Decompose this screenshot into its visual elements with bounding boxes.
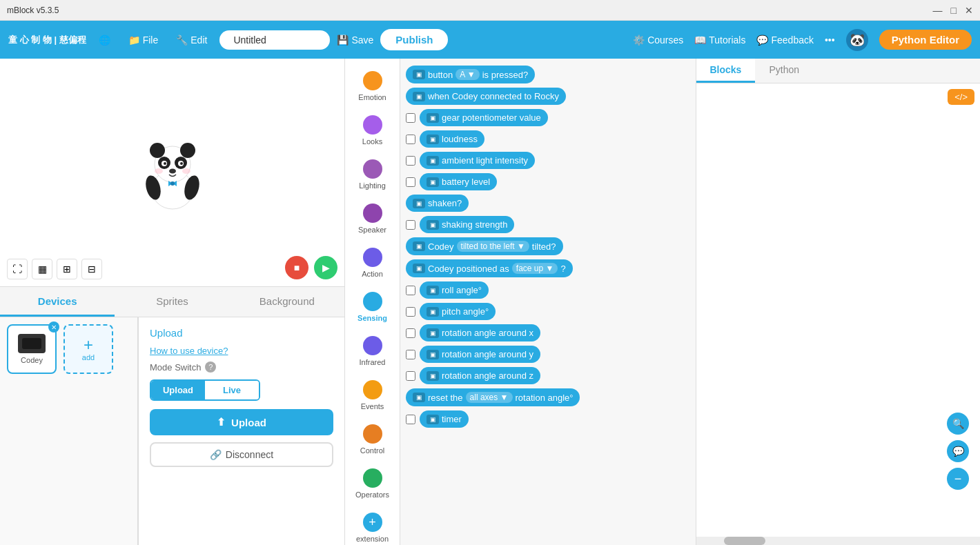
block-checkbox-roll-angle[interactable] [406, 286, 415, 295]
code-snippet-button[interactable]: </> [948, 89, 974, 105]
block-icon-reset-rotation: ▣ [413, 393, 425, 402]
minimize-button[interactable]: — [933, 5, 943, 16]
block-checkbox-gear-pot[interactable] [406, 113, 415, 123]
category-label-speaker: Speaker [358, 226, 386, 234]
block-timer[interactable]: ▣ timer [420, 410, 469, 428]
live-tab-button[interactable]: Live [205, 381, 259, 399]
block-gear-pot[interactable]: ▣ gear potentiometer value [420, 109, 548, 126]
stop-button[interactable]: ■ [285, 256, 308, 279]
tutorials-button[interactable]: 📖 Tutorials [694, 34, 745, 46]
block-tilted[interactable]: ▣ Codey tilted to the left ▼ tilted? [406, 237, 563, 255]
svg-point-2 [150, 143, 165, 158]
block-checkbox-battery[interactable] [406, 177, 415, 187]
category-item-looks[interactable]: Looks [349, 110, 396, 151]
upload-action-button[interactable]: ⬆ Upload [150, 409, 333, 435]
block-reset-rotation[interactable]: ▣ reset the all axes ▼ rotation angle° [406, 388, 580, 406]
block-row-roll-angle: ▣ roll angle° [406, 281, 690, 299]
tab-python[interactable]: Python [755, 59, 813, 83]
block-checkbox-shaking-strength[interactable] [406, 220, 415, 230]
expand-button[interactable]: ⛶ [7, 259, 28, 279]
zoom-controls: 🔍 💬 − [947, 413, 969, 490]
tab-sprites[interactable]: Sprites [115, 287, 229, 317]
zoom-comment-button[interactable]: 💬 [947, 440, 969, 462]
block-roll-angle[interactable]: ▣ roll angle° [420, 281, 489, 299]
category-item-speaker[interactable]: Speaker [349, 198, 396, 239]
block-icon-positioned: ▣ [413, 264, 425, 273]
disconnect-button[interactable]: 🔗 Disconnect [150, 442, 333, 467]
zoom-minus-button[interactable]: − [947, 468, 969, 490]
grid-large-button[interactable]: ⊞ [57, 259, 77, 279]
block-row-rotation-x: ▣ rotation angle around x [406, 324, 690, 341]
device-remove-button[interactable]: ✕ [48, 321, 59, 333]
categories-panel: Emotion Looks Lighting Speaker Action Se… [345, 59, 400, 545]
maximize-button[interactable]: □ [951, 5, 957, 16]
block-pitch-angle[interactable]: ▣ pitch angle° [420, 303, 496, 320]
block-checkbox-ambient[interactable] [406, 156, 415, 166]
block-ambient[interactable]: ▣ ambient light intensity [420, 152, 535, 169]
block-icon-rotation-x: ▣ [427, 328, 439, 338]
category-item-lighting[interactable]: Lighting [349, 154, 396, 195]
horizontal-scrollbar[interactable] [696, 537, 981, 545]
tab-background[interactable]: Background [230, 287, 344, 317]
block-rotation-z[interactable]: ▣ rotation angle around z [420, 367, 540, 384]
block-row-positioned: ▣ Codey positioned as face up ▼ ? [406, 259, 690, 277]
run-button[interactable]: ▶ [314, 256, 337, 279]
block-checkbox-timer[interactable] [406, 415, 415, 424]
category-item-extension[interactable]: + extension [349, 507, 396, 545]
mode-switch-info-icon[interactable]: ? [205, 361, 216, 373]
python-editor-button[interactable]: Python Editor [879, 30, 972, 50]
block-battery[interactable]: ▣ battery level [420, 173, 497, 190]
block-rotation-x[interactable]: ▣ rotation angle around x [420, 324, 540, 341]
block-rotation-y[interactable]: ▣ rotation angle around y [420, 346, 540, 363]
grid-small-button[interactable]: ▦ [32, 259, 52, 279]
run-icon: ▶ [322, 262, 330, 273]
file-menu-button[interactable]: 📁 File [123, 32, 164, 48]
block-checkbox-loudness[interactable] [406, 135, 415, 144]
category-item-action[interactable]: Action [349, 242, 396, 284]
category-item-infrared[interactable]: Infrared [349, 330, 396, 372]
stop-icon: ■ [294, 262, 300, 273]
save-button[interactable]: 💾 Save [337, 34, 373, 46]
upload-tab-button[interactable]: Upload [151, 381, 205, 399]
block-checkbox-pitch-angle[interactable] [406, 307, 415, 317]
tab-blocks[interactable]: Blocks [696, 59, 756, 83]
block-btn-pressed[interactable]: ▣ button A ▼ is pressed? [406, 66, 535, 83]
close-button[interactable]: ✕ [965, 5, 973, 16]
zoom-search-button[interactable]: 🔍 [947, 413, 969, 435]
block-row-tilted: ▣ Codey tilted to the left ▼ tilted? [406, 237, 690, 255]
project-name-input[interactable] [219, 30, 330, 50]
canvas-action-buttons: ■ ▶ [285, 256, 337, 279]
block-checkbox-rotation-x[interactable] [406, 328, 415, 338]
globe-icon: 🌐 [99, 34, 110, 46]
category-item-events[interactable]: Events [349, 375, 396, 416]
block-row-pitch-angle: ▣ pitch angle° [406, 303, 690, 320]
publish-button[interactable]: Publish [380, 29, 448, 50]
block-loudness[interactable]: ▣ loudness [420, 130, 484, 148]
tab-devices[interactable]: Devices [0, 287, 115, 317]
block-when-connected[interactable]: ▣ when Codey connected to Rocky [406, 88, 566, 105]
category-item-operators[interactable]: Operators [349, 463, 396, 504]
avatar[interactable]: 🐼 [846, 29, 868, 51]
block-shaking-strength[interactable]: ▣ shaking strength [420, 216, 514, 233]
block-checkbox-rotation-y[interactable] [406, 350, 415, 359]
category-item-control[interactable]: Control [349, 419, 396, 460]
codey-device-card[interactable]: ✕ Codey [7, 324, 57, 374]
code-panel: Blocks Python </> 🔍 💬 − [696, 59, 981, 545]
block-shaken[interactable]: ▣ shaken? [406, 195, 469, 212]
block-row-loudness: ▣ loudness [406, 130, 690, 148]
category-item-sensing[interactable]: Sensing [349, 286, 396, 328]
topnav: 童 心 制 物 | 慈偏程 🌐 📁 File 🔧 Edit 💾 Save Pub… [0, 21, 980, 59]
grid-4-button[interactable]: ⊟ [81, 259, 102, 279]
more-button[interactable]: ••• [825, 34, 835, 46]
block-checkbox-rotation-z[interactable] [406, 371, 415, 381]
block-icon-gear-pot: ▣ [427, 113, 439, 123]
globe-button[interactable]: 🌐 [93, 32, 116, 48]
add-device-button[interactable]: + add [63, 324, 113, 374]
feedback-button[interactable]: 💬 Feedback [756, 34, 813, 46]
how-to-link[interactable]: How to use device? [150, 346, 333, 356]
courses-button[interactable]: ⚙️ Courses [633, 34, 683, 46]
edit-menu-button[interactable]: 🔧 Edit [170, 32, 213, 48]
category-item-emotion[interactable]: Emotion [349, 66, 396, 107]
codey-icon [18, 334, 46, 353]
block-positioned[interactable]: ▣ Codey positioned as face up ▼ ? [406, 259, 573, 277]
